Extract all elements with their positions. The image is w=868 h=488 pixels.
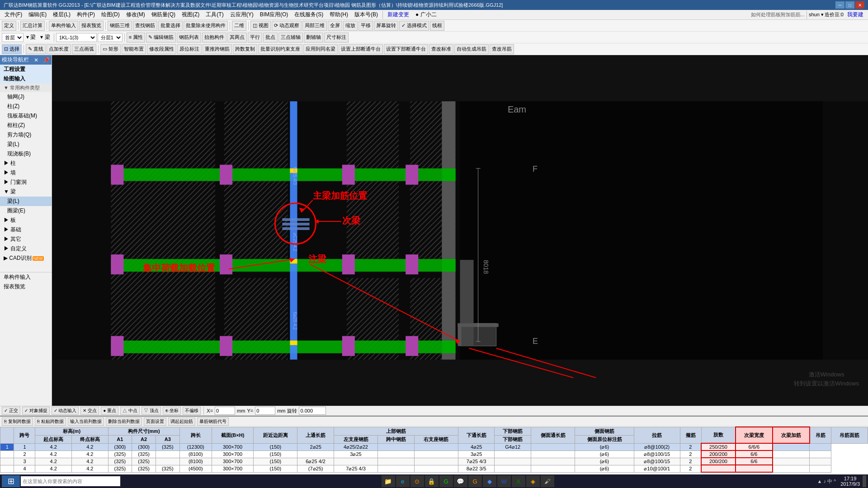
line-button[interactable]: ✎ 直线	[26, 44, 46, 54]
taskbar-edge-icon[interactable]: e	[396, 475, 410, 487]
sidebar-item-axisnet[interactable]: 轴网(J)	[0, 92, 52, 102]
sidebar-pin-icon[interactable]: 📌	[43, 57, 50, 63]
arc-button[interactable]: 三点画弧	[72, 44, 96, 54]
apply-same-button[interactable]: 应用到同名梁	[303, 44, 338, 54]
menu-tools[interactable]: 工具(T)	[203, 10, 226, 19]
minimize-button[interactable]: ─	[835, 1, 844, 9]
sidebar-group-cad[interactable]: ▶ CAD识别 NEW	[0, 253, 52, 263]
sidebar-group-other[interactable]: ▶ 其它	[0, 235, 52, 244]
menu-bim[interactable]: BIM应用(O)	[257, 10, 291, 19]
property-button[interactable]: ≡ 属性	[127, 33, 145, 42]
define-button[interactable]: 定义	[2, 21, 16, 31]
select-mode-button[interactable]: ✓ 选择模式	[399, 21, 429, 31]
taskbar-chrome2-icon[interactable]: G	[468, 475, 482, 487]
menu-rebar[interactable]: 钢筋量(Q)	[149, 10, 178, 19]
dynamic-button[interactable]: ⟳ 动态观察	[272, 21, 302, 31]
close-button[interactable]: ✕	[855, 1, 864, 9]
status-x-input[interactable]	[215, 407, 235, 415]
menu-version[interactable]: 版本号(B)	[352, 10, 381, 19]
auto-hanger-button[interactable]: 自动生成吊筋	[454, 44, 489, 54]
menu-floor[interactable]: 楼层(L)	[50, 10, 73, 19]
maximize-button[interactable]: □	[845, 1, 854, 9]
status-dynamic[interactable]: ✓ 动态输入	[52, 407, 79, 415]
table-row[interactable]: 2 4.2 4.2 (325) (325) (8100) 300×700 (15…	[0, 450, 868, 458]
taskbar-wechat-icon[interactable]: 💬	[454, 475, 467, 487]
status-top[interactable]: ▽ 顶点	[142, 407, 161, 415]
point-length-button[interactable]: 点加长度	[47, 44, 71, 54]
user-action[interactable]: 我要建	[844, 10, 866, 19]
sidebar-group-foundation[interactable]: ▶ 基础	[0, 225, 52, 235]
sidebar-item-setup[interactable]: 工程设置	[0, 65, 52, 74]
page-setup-button[interactable]: 页面设置	[144, 418, 166, 426]
status-cross[interactable]: ✕ 交点	[80, 407, 99, 415]
check-standard-button[interactable]: 查改标准	[429, 44, 453, 54]
inplace-label-button[interactable]: 原位标注	[177, 44, 202, 54]
td-sec-rebar[interactable]	[736, 465, 773, 472]
two-points-button[interactable]: 其两点	[227, 33, 247, 42]
status-snap-ortho[interactable]: ✓ 正交	[2, 407, 20, 415]
input-col-button[interactable]: 输入当前列数据	[68, 418, 104, 426]
sidebar-item-column[interactable]: 柱(Z)	[0, 102, 52, 111]
set-lower-button[interactable]: 设置下部断通牛台	[384, 44, 428, 54]
check-hanger-button[interactable]: 查改吊筋	[490, 44, 514, 54]
screen-rotate-button[interactable]: 屏幕旋转	[374, 21, 398, 31]
beam-id-select[interactable]: 1KL-1(3)	[56, 33, 97, 42]
local3d-button[interactable]: 局部三维	[302, 21, 327, 31]
batch-select-button[interactable]: 批量选择	[158, 21, 183, 31]
batch-remove-button[interactable]: 批量除未使用构件	[184, 21, 228, 31]
sidebar-group-wall[interactable]: ▶ 墙	[0, 168, 52, 178]
modify-seg-button[interactable]: 修改段属性	[147, 44, 176, 54]
taskbar-app2-icon[interactable]: ◈	[526, 475, 540, 487]
rebar-span-button[interactable]: 重推跨钢筋	[203, 44, 232, 54]
menu-online[interactable]: 在线服务(S)	[292, 10, 326, 19]
menu-file[interactable]: 文件(F)	[2, 10, 25, 19]
pick-button[interactable]: 抬抱构件	[202, 33, 226, 42]
status-snap-obj[interactable]: ✓ 对象捕捉	[22, 407, 50, 415]
calculate-button[interactable]: 汇总计算	[20, 21, 45, 31]
copy-span-button[interactable]: ⎘ 复制跨数据	[2, 418, 33, 426]
select-button[interactable]: ⊡ 选择	[2, 44, 22, 54]
sidebar-group-col[interactable]: ▶ 柱	[0, 159, 52, 168]
table-row[interactable]: 3 4.2 4.2 (325) (325) (8100) 300×700 (15…	[0, 458, 868, 465]
floor-select[interactable]: 首层	[2, 33, 24, 42]
td-sec-rebar[interactable]: 6/6	[736, 450, 773, 458]
batch-point-button[interactable]: 批点	[263, 33, 278, 42]
sidebar-item-raft[interactable]: 筏板基础(M)	[0, 111, 52, 121]
three-point-button[interactable]: 三点辅轴	[278, 33, 303, 42]
smart-layout-button[interactable]: 智能布置	[122, 44, 146, 54]
menu-cloud[interactable]: 云应用(Y)	[227, 10, 256, 19]
menu-draw[interactable]: 绘图(D)	[99, 10, 123, 19]
delete-col-button[interactable]: 删除当前列数据	[106, 418, 142, 426]
sidebar-bottom-report[interactable]: 报表预览	[0, 282, 52, 291]
sidebar-item-ring-beam[interactable]: 圈梁(E)	[0, 206, 52, 216]
2d-button[interactable]: 二维	[232, 21, 246, 31]
sidebar-group-board[interactable]: ▶ 板	[0, 216, 52, 225]
start-rebar-button[interactable]: 调起起始筋	[168, 418, 195, 426]
taskbar-paint-icon[interactable]: 🖌	[541, 475, 554, 487]
menu-help[interactable]: 帮助(H)	[327, 10, 351, 19]
menu-edit[interactable]: 编辑(E)	[26, 10, 49, 19]
menu-new-change[interactable]: 新建变更	[385, 10, 412, 19]
status-mid[interactable]: △ 中点	[120, 407, 140, 415]
taskbar-app1-icon[interactable]: ◆	[483, 475, 496, 487]
table-row[interactable]: 4 4.2 4.2 (325) (325) (325) (4500) 300×7…	[0, 465, 868, 472]
sidebar-item-shearwall[interactable]: 剪力墙(Q)	[0, 130, 52, 140]
taskbar-file-icon[interactable]: 📁	[382, 475, 395, 487]
menu-modify[interactable]: 修改(M)	[123, 10, 148, 19]
set-upper-button[interactable]: 设置上部断通牛台	[339, 44, 383, 54]
td-sec-width[interactable]: 250/250	[701, 443, 736, 450]
rebar-3d-button[interactable]: 钢筋三维	[108, 21, 132, 31]
report-button[interactable]: 报表预览	[79, 21, 104, 31]
edit-rebar-button[interactable]: ✎ 编辑钢筋	[146, 33, 176, 42]
menu-component[interactable]: 构件(P)	[74, 10, 98, 19]
sidebar-item-draw-input[interactable]: 绘图输入	[0, 74, 52, 84]
td-sec-width[interactable]: 200/200	[701, 458, 736, 465]
sidebar-group-opening[interactable]: ▶ 门窗洞	[0, 178, 52, 187]
rebar-list-button[interactable]: 钢筋列表	[177, 33, 201, 42]
fullscreen-button[interactable]: 全屏	[328, 21, 342, 31]
taskbar-green-icon[interactable]: G	[439, 475, 453, 487]
parallel-button[interactable]: 平行	[248, 33, 262, 42]
sidebar-group-custom[interactable]: ▶ 自定义	[0, 244, 52, 253]
zoom-button[interactable]: 缩放	[343, 21, 358, 31]
taskbar-chrome-icon[interactable]: ⊙	[410, 475, 424, 487]
